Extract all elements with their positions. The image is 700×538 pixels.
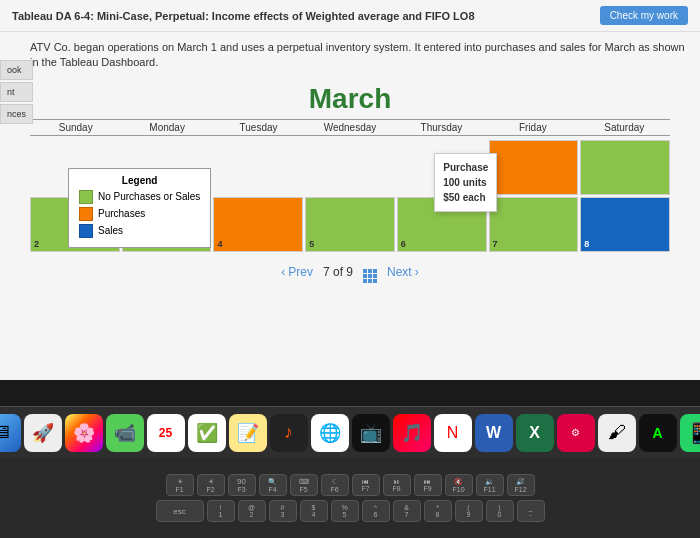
page-title: Tableau DA 6-4: Mini-Case, Perpetual: In… — [12, 10, 600, 22]
key-f4[interactable]: 🔍F4 — [259, 474, 287, 496]
key-6[interactable]: ^6 — [362, 500, 390, 522]
key-2[interactable]: @2 — [238, 500, 266, 522]
main-content: Tableau DA 6-4: Mini-Case, Perpetual: In… — [0, 0, 700, 380]
dock-music[interactable]: ♪ — [270, 414, 308, 452]
legend-color-green — [79, 190, 93, 204]
dock-news[interactable]: N — [434, 414, 472, 452]
key-7[interactable]: &7 — [393, 500, 421, 522]
dock-photos[interactable]: 🌸 — [65, 414, 103, 452]
left-sidebar-tabs: ook nt nces — [0, 60, 33, 124]
dock-launchpad[interactable]: 🚀 — [24, 414, 62, 452]
key-4[interactable]: $4 — [300, 500, 328, 522]
key-1[interactable]: !1 — [207, 500, 235, 522]
prev-button[interactable]: ‹ Prev — [281, 265, 313, 279]
cell-orange-tue-4[interactable]: 4 — [213, 197, 303, 252]
legend-title: Legend — [79, 175, 200, 186]
next-arrow-icon: › — [415, 265, 419, 279]
dock-brush[interactable]: 🖌 — [598, 414, 636, 452]
day-sun: Sunday — [30, 119, 121, 136]
cell-empty-4 — [305, 140, 395, 195]
key-0[interactable]: )0 — [486, 500, 514, 522]
sidebar-tab-nt[interactable]: nt — [0, 82, 33, 102]
dock-music2[interactable]: 🎵 — [393, 414, 431, 452]
keyboard-row-symbols: esc !1 @2 #3 $4 %5 ^6 &7 *8 (9 )0 _- — [156, 500, 545, 522]
dock-facetime[interactable]: 📹 — [106, 414, 144, 452]
cell-green-sat-1[interactable] — [580, 140, 670, 195]
keyboard-row-fn: ☀F1 ☀F2 90F3 🔍F4 ⌨F5 ☾F6 ⏮F7 ⏯F8 ⏭F9 🔇F1… — [166, 474, 535, 496]
key-5[interactable]: %5 — [331, 500, 359, 522]
legend-box: Legend No Purchases or Sales Purchases S… — [68, 168, 211, 248]
key-f7[interactable]: ⏮F7 — [352, 474, 380, 496]
dock-app1[interactable]: ⚙ — [557, 414, 595, 452]
tooltip-line3: $50 each — [443, 190, 488, 205]
key-9[interactable]: (9 — [455, 500, 483, 522]
cell-orange-fri-1[interactable]: Purchase 100 units $50 each — [489, 140, 579, 195]
key-f8[interactable]: ⏯F8 — [383, 474, 411, 496]
macos-dock: 🖥 🚀 🌸 📹 25 ✅ 📝 ♪ 🌐 📺 🎵 N W X ⚙ 🖌 A 📱 — [0, 406, 700, 458]
day-sat: Saturday — [579, 119, 670, 136]
sidebar-tab-ook[interactable]: ook — [0, 60, 33, 80]
key-f10[interactable]: 🔇F10 — [445, 474, 473, 496]
day-headers: Sunday Monday Tuesday Wednesday Thursday… — [30, 119, 670, 136]
calendar-grid: Purchase 100 units $50 each 2 3 — [30, 140, 670, 252]
day-thu: Thursday — [396, 119, 487, 136]
calendar-tooltip: Purchase 100 units $50 each — [434, 153, 497, 212]
legend-item-purchases: Purchases — [79, 207, 200, 221]
cell-num-7: 7 — [493, 239, 498, 249]
cell-empty-3 — [213, 140, 303, 195]
cell-blue-sat-8[interactable]: 8 — [580, 197, 670, 252]
day-mon: Monday — [121, 119, 212, 136]
cell-num-2: 2 — [34, 239, 39, 249]
key-f9[interactable]: ⏭F9 — [414, 474, 442, 496]
dock-reminders[interactable]: ✅ — [188, 414, 226, 452]
dock-ai[interactable]: A — [639, 414, 677, 452]
dock-whatsapp[interactable]: 📱 — [680, 414, 701, 452]
key-f12[interactable]: 🔊F12 — [507, 474, 535, 496]
content-wrapper: ATV Co. began operations on March 1 and … — [0, 32, 700, 291]
key-f1[interactable]: ☀F1 — [166, 474, 194, 496]
dock-notes[interactable]: 📝 — [229, 414, 267, 452]
key-f2[interactable]: ☀F2 — [197, 474, 225, 496]
key-f11[interactable]: 🔉F11 — [476, 474, 504, 496]
key-3[interactable]: #3 — [269, 500, 297, 522]
key-f3[interactable]: 90F3 — [228, 474, 256, 496]
grid-layout-icon[interactable] — [363, 262, 377, 283]
legend-label-purchases: Purchases — [98, 208, 145, 219]
key-minus[interactable]: _- — [517, 500, 545, 522]
key-8[interactable]: *8 — [424, 500, 452, 522]
legend-label-no-purchases: No Purchases or Sales — [98, 191, 200, 202]
dock-word[interactable]: W — [475, 414, 513, 452]
cell-green-fri-7[interactable]: 7 — [489, 197, 579, 252]
legend-item-no-purchases: No Purchases or Sales — [79, 190, 200, 204]
legend-color-orange — [79, 207, 93, 221]
check-work-button[interactable]: Check my work — [600, 6, 688, 25]
cell-green-wed-5[interactable]: 5 — [305, 197, 395, 252]
dock-excel[interactable]: X — [516, 414, 554, 452]
description-text: ATV Co. began operations on March 1 and … — [0, 32, 700, 77]
tooltip-line2: 100 units — [443, 175, 488, 190]
next-button[interactable]: Next › — [387, 265, 419, 279]
cell-num-5: 5 — [309, 239, 314, 249]
tooltip-line1: Purchase — [443, 160, 488, 175]
key-f5[interactable]: ⌨F5 — [290, 474, 318, 496]
prev-label: Prev — [288, 265, 313, 279]
cell-num-4: 4 — [217, 239, 222, 249]
legend-label-sales: Sales — [98, 225, 123, 236]
day-fri: Friday — [487, 119, 578, 136]
key-f6[interactable]: ☾F6 — [321, 474, 349, 496]
page-info: 7 of 9 — [323, 265, 353, 279]
pagination: ‹ Prev 7 of 9 Next › — [0, 254, 700, 291]
keyboard: ☀F1 ☀F2 90F3 🔍F4 ⌨F5 ☾F6 ⏮F7 ⏯F8 ⏭F9 🔇F1… — [0, 458, 700, 538]
top-bar: Tableau DA 6-4: Mini-Case, Perpetual: In… — [0, 0, 700, 32]
calendar-title: March — [0, 77, 700, 119]
sidebar-tab-nces[interactable]: nces — [0, 104, 33, 124]
cell-num-8: 8 — [584, 239, 589, 249]
key-esc[interactable]: esc — [156, 500, 204, 522]
cell-num-6: 6 — [401, 239, 406, 249]
dock-chrome[interactable]: 🌐 — [311, 414, 349, 452]
dock-appletv[interactable]: 📺 — [352, 414, 390, 452]
dock-finder[interactable]: 🖥 — [0, 414, 21, 452]
next-label: Next — [387, 265, 412, 279]
prev-arrow-icon: ‹ — [281, 265, 285, 279]
dock-calendar[interactable]: 25 — [147, 414, 185, 452]
